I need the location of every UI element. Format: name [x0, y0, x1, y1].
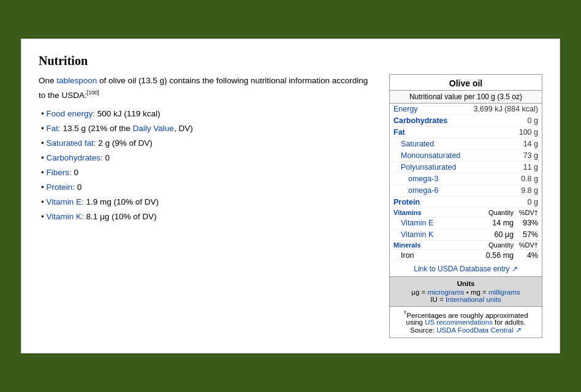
footnote-text1: Percentages are roughly approximated: [406, 311, 528, 318]
omega6-value: 9.8 g: [521, 186, 538, 195]
omega6-label: omega-6: [393, 186, 438, 195]
fat-row-label: Fat: [393, 128, 405, 137]
energy-row: Energy 3,699 kJ (884 kcal): [390, 104, 542, 115]
usda-link-row: Link to USDA Database entry ↗: [390, 262, 542, 277]
carbs-label: Carbohydrates: [393, 116, 447, 125]
international-units-link[interactable]: International units: [446, 296, 501, 303]
page-title: Nutrition: [39, 54, 542, 68]
mg-label: mg =: [471, 288, 488, 296]
fat-value-after: , DV): [174, 124, 193, 133]
units-line2: IU = International units: [395, 296, 537, 303]
usda-link[interactable]: Link to USDA Database entry ↗: [414, 265, 517, 273]
omega3-value: 0.8 g: [521, 175, 538, 183]
usda-fooddata-link[interactable]: USDA FoodData Central ↗: [436, 326, 521, 334]
carbohydrates-label: Carbohydrates:: [46, 153, 102, 162]
food-energy-value: 500 kJ (119 kcal): [95, 109, 161, 118]
vitamins-header: Vitamins Quantity %DV†: [390, 208, 542, 217]
polyunsaturated-value: 11 g: [523, 163, 538, 172]
carbohydrates-value: 0: [103, 153, 110, 162]
us-recommendations-link[interactable]: US recommendations: [425, 318, 493, 326]
vitamins-col2: %DV†: [514, 209, 538, 216]
vitamin-e-table-label: Vitamin E: [393, 219, 477, 227]
nutrition-table: Olive oil Nutritional value per 100 g (3…: [389, 74, 542, 339]
content-area: One tablespoon of olive oil (13.5 g) con…: [39, 74, 542, 339]
monounsaturated-label: Monounsaturated: [393, 151, 460, 160]
iu-label: IU =: [430, 296, 446, 303]
saturated-row: Saturated 14 g: [390, 138, 542, 150]
intro-paragraph: One tablespoon of olive oil (13.5 g) con…: [39, 74, 377, 102]
fat-label: Fat:: [46, 124, 60, 133]
list-item-vitamin-k: Vitamin K: 8.1 μg (10% of DV): [41, 210, 377, 224]
polyunsaturated-row: Polyunsaturated 11 g: [390, 162, 542, 173]
vitamin-e-qty: 14 mg: [477, 219, 514, 227]
saturated-value: 14 g: [523, 140, 538, 148]
table-title: Olive oil: [390, 75, 542, 91]
iron-label: Iron: [393, 251, 477, 260]
vitamin-e-dv: 93%: [514, 219, 538, 227]
table-subtitle: Nutritional value per 100 g (3.5 oz): [390, 91, 542, 104]
vitamin-e-value: 1.9 mg (10% of DV): [84, 197, 159, 206]
monounsaturated-value: 73 g: [523, 151, 538, 160]
iron-qty: 0.56 mg: [477, 251, 514, 260]
footnote-line2: using US recommendations for adults.: [395, 318, 537, 326]
list-item-carbohydrates: Carbohydrates: 0: [41, 151, 377, 165]
minerals-col2: %DV†: [514, 241, 538, 249]
list-item-vitamin-e: Vitamin E: 1.9 mg (10% of DV): [41, 195, 377, 209]
units-title: Units: [395, 280, 537, 287]
carbs-value: 0 g: [528, 116, 538, 125]
footnote-adults: for adults.: [493, 318, 526, 326]
source-label: Source:: [410, 326, 436, 334]
vitamin-k-row: Vitamin K 60 μg 57%: [390, 229, 542, 241]
protein-row-label: Protein: [393, 198, 420, 206]
saturated-fat-label: Saturated fat:: [46, 138, 96, 148]
omega3-label: omega-3: [393, 175, 438, 183]
polyunsaturated-label: Polyunsaturated: [393, 163, 456, 172]
list-item-saturated-fat: Saturated fat: 2 g (9% of DV): [41, 137, 377, 151]
omega3-row: omega-3 0.8 g: [390, 173, 542, 185]
units-line1: μg = micrograms • mg = milligrams: [395, 288, 537, 296]
milligrams-link[interactable]: milligrams: [488, 288, 520, 296]
list-item-food-energy: Food energy: 500 kJ (119 kcal): [41, 107, 377, 121]
page-container: Nutrition One tablespoon of olive oil (1…: [21, 39, 560, 354]
vitamin-k-dv: 57%: [514, 230, 538, 239]
fibers-label: Fibers:: [46, 168, 71, 177]
vitamin-k-table-label: Vitamin K: [393, 230, 477, 239]
daily-value-link[interactable]: Daily Value: [133, 124, 174, 133]
vitamins-col1: Quantity: [477, 209, 514, 216]
units-box: Units μg = micrograms • mg = milligrams …: [390, 277, 542, 307]
saturated-label: Saturated: [393, 140, 434, 148]
carbs-row: Carbohydrates 0 g: [390, 115, 542, 127]
energy-value: 3,699 kJ (884 kcal): [473, 105, 538, 113]
vitamins-section-label: Vitamins: [393, 209, 477, 216]
minerals-section-label: Minerals: [393, 241, 477, 249]
vitamin-e-label: Vitamin E:: [46, 197, 83, 206]
fat-value: 13.5 g (21% of the: [61, 124, 133, 133]
vitamin-k-qty: 60 μg: [477, 230, 514, 239]
fat-row-value: 100 g: [519, 128, 538, 137]
omega6-row: omega-6 9.8 g: [390, 185, 542, 197]
tablespoon-link[interactable]: tablespoon: [56, 76, 97, 85]
nutrition-bullet-list: Food energy: 500 kJ (119 kcal) Fat: 13.5…: [39, 107, 377, 224]
protein-value: 0: [75, 183, 82, 192]
food-energy-label: Food energy:: [46, 109, 95, 118]
protein-row: Protein 0 g: [390, 197, 542, 208]
footnote-line1: †Percentages are roughly approximated: [395, 310, 537, 319]
micrograms-link[interactable]: micrograms: [427, 288, 464, 296]
footnote-source: Source: USDA FoodData Central ↗: [395, 326, 537, 334]
list-item-protein: Protein: 0: [41, 181, 377, 195]
fat-row: Fat 100 g: [390, 127, 542, 138]
vitamin-k-label: Vitamin K:: [46, 212, 83, 221]
minerals-col1: Quantity: [477, 241, 514, 249]
iron-row: Iron 0.56 mg 4%: [390, 250, 542, 262]
dot-sep: •: [464, 288, 470, 296]
energy-label: Energy: [393, 105, 418, 113]
fibers-value: 0: [72, 168, 78, 177]
reference-sup: [100]: [87, 89, 99, 96]
left-column: One tablespoon of olive oil (13.5 g) con…: [39, 74, 377, 225]
list-item-fat: Fat: 13.5 g (21% of the Daily Value, DV): [41, 122, 377, 136]
saturated-fat-value: 2 g (9% of DV): [96, 138, 153, 148]
footnote-using: using: [406, 318, 425, 326]
vitamin-e-row: Vitamin E 14 mg 93%: [390, 217, 542, 229]
footnote-box: †Percentages are roughly approximated us…: [390, 307, 542, 338]
protein-row-value: 0 g: [528, 198, 538, 206]
